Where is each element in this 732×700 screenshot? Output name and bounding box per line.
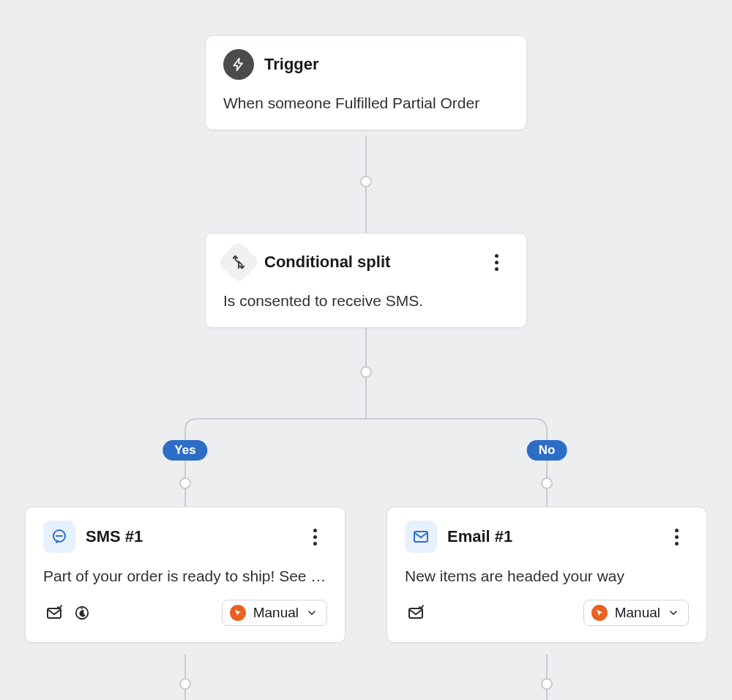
svg-rect-18: [409, 608, 422, 618]
sms-icon: [43, 521, 75, 553]
svg-point-7: [542, 478, 552, 488]
chevron-down-icon: [306, 607, 318, 619]
quiet-hours-icon: z: [71, 602, 93, 624]
smart-send-icon: [405, 602, 427, 624]
svg-point-1: [361, 176, 371, 187]
sms-mode-label: Manual: [253, 605, 299, 621]
email-action-card[interactable]: Email #1 New items are headed your way M…: [386, 507, 707, 643]
sms-menu-button[interactable]: [302, 524, 327, 549]
trigger-card[interactable]: Trigger When someone Fulfilled Partial O…: [205, 35, 527, 130]
sms-title: SMS #1: [86, 527, 143, 546]
sms-send-mode-select[interactable]: Manual: [222, 600, 327, 626]
conditional-split-card[interactable]: Conditional split Is consented to receiv…: [205, 233, 527, 328]
email-icon: [405, 521, 437, 553]
trigger-description: When someone Fulfilled Partial Order: [223, 93, 509, 113]
svg-point-5: [180, 478, 190, 488]
cursor-icon: [591, 605, 608, 621]
cursor-icon: [230, 605, 246, 621]
branch-no-pill: No: [527, 440, 567, 461]
email-mode-label: Manual: [615, 605, 660, 621]
trigger-title: Trigger: [264, 55, 319, 74]
svg-rect-14: [48, 608, 61, 618]
sms-action-card[interactable]: SMS #1 Part of your order is ready to sh…: [25, 507, 346, 643]
chevron-down-icon: [668, 607, 679, 619]
split-title: Conditional split: [264, 253, 390, 272]
branch-yes-pill: Yes: [163, 440, 207, 461]
svg-text:z: z: [81, 605, 83, 611]
sms-description: Part of your order is ready to ship! See…: [43, 566, 327, 587]
lightning-icon: [223, 49, 254, 80]
more-icon: [495, 254, 498, 271]
split-description: Is consented to receive SMS.: [223, 291, 509, 311]
email-description: New items are headed your way: [405, 566, 689, 587]
email-send-mode-select[interactable]: Manual: [583, 600, 689, 626]
email-menu-button[interactable]: [664, 524, 689, 549]
svg-point-9: [180, 679, 190, 689]
svg-point-3: [361, 367, 371, 377]
split-menu-button[interactable]: [484, 250, 509, 275]
smart-send-icon: [43, 602, 65, 624]
split-icon: [217, 240, 260, 283]
more-icon: [313, 529, 317, 546]
svg-point-11: [542, 679, 552, 689]
more-icon: [675, 529, 679, 546]
email-title: Email #1: [447, 527, 512, 546]
